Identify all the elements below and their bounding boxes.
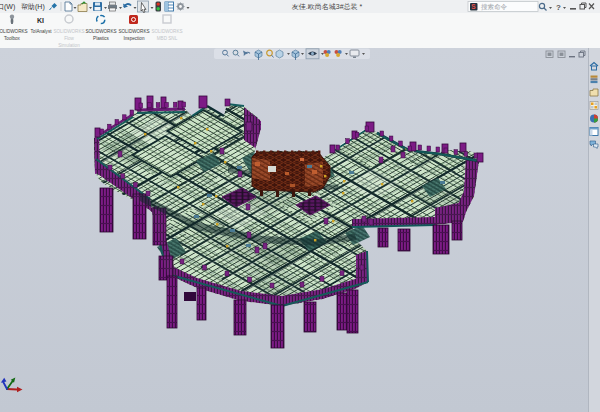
svg-text:搜索命令: 搜索命令 [481,3,508,11]
svg-text:Inspection: Inspection [124,36,145,41]
svg-text:Simulation: Simulation [58,43,80,48]
svg-text:友佳.欧尚名城3#总装 *: 友佳.欧尚名城3#总装 * [292,3,363,11]
svg-text:SOLIDWORKS: SOLIDWORKS [0,29,28,34]
svg-text:SOLIDWORKS: SOLIDWORKS [118,29,149,34]
svg-text:Flow: Flow [64,36,74,41]
svg-text:Toolbox: Toolbox [4,36,21,41]
svg-text:TolAnalyst: TolAnalyst [31,29,53,34]
svg-text:MBD SNL: MBD SNL [157,36,178,41]
svg-text:口(W): 口(W) [0,3,15,11]
svg-text:KI: KI [37,17,44,24]
svg-text:SOLIDWORKS: SOLIDWORKS [53,29,84,34]
svg-text:帮助(H): 帮助(H) [21,3,45,11]
svg-text:SOLIDWORKS: SOLIDWORKS [151,29,182,34]
svg-text:?: ? [556,3,561,12]
svg-text:Plastics: Plastics [93,36,110,41]
svg-text:S: S [471,3,476,10]
svg-text:SOLIDWORKS: SOLIDWORKS [85,29,116,34]
